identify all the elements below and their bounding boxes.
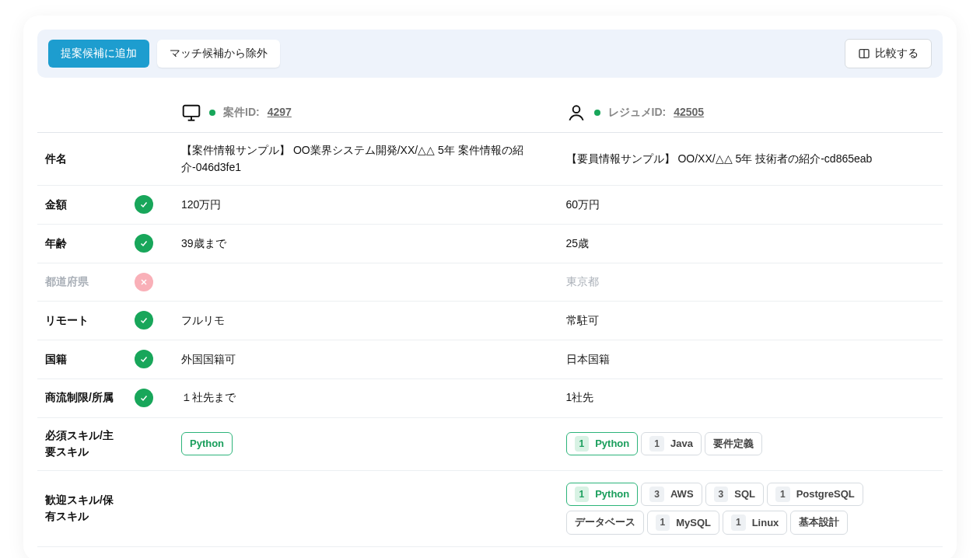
svg-rect-2 (184, 106, 200, 117)
skill-name: データベース (575, 514, 635, 530)
age-right: 25歳 (558, 225, 943, 263)
check-icon (135, 350, 153, 368)
skill-name: Python (595, 487, 629, 502)
price-left: 120万円 (173, 186, 558, 225)
compare-button[interactable]: 比較する (845, 39, 932, 68)
skill-tag: 1Linux (723, 511, 787, 535)
add-proposal-button[interactable]: 提案候補に追加 (48, 40, 149, 68)
price-right: 60万円 (558, 186, 943, 225)
skill-count: 3 (649, 487, 664, 503)
case-id-link[interactable]: 4297 (268, 104, 292, 121)
age-left: 39歳まで (173, 225, 558, 263)
required-left-tags: Python (173, 417, 558, 470)
identifier-row: 案件ID:4297 レジュメID:42505 (37, 93, 943, 133)
remote-right: 常駐可 (558, 302, 943, 340)
check-icon (135, 389, 153, 407)
svg-point-5 (572, 106, 579, 113)
skill-name: 基本設計 (799, 514, 839, 530)
skill-count: 1 (775, 487, 790, 503)
skill-tag: 1MySQL (647, 511, 719, 535)
row-price: 金額 120万円 60万円 (37, 186, 943, 225)
skill-name: SQL (734, 487, 755, 502)
row-remote: リモート フルリモ 常駐可 (37, 302, 943, 340)
status-dot-icon (594, 110, 600, 116)
status-dot-icon (209, 110, 215, 116)
skill-name: MySQL (676, 515, 711, 531)
skill-name: 要件定義 (713, 436, 754, 452)
row-flow: 商流制限/所属 １社先まで 1社先 (37, 378, 943, 417)
compare-card: 提案候補に追加 マッチ候補から除外 比較する (23, 16, 957, 558)
skill-tag: 基本設計 (790, 511, 848, 534)
flow-left: １社先まで (173, 378, 558, 417)
skill-tag: データベース (566, 511, 644, 534)
row-label: 年齢 (37, 225, 127, 263)
skill-count: 1 (575, 487, 590, 503)
row-label: 商流制限/所属 (37, 378, 127, 417)
flow-right: 1社先 (558, 378, 943, 417)
skill-tag: 1Python (566, 432, 639, 456)
user-icon (566, 103, 586, 123)
skill-tag: 1Java (641, 432, 702, 456)
optional-left-tags (173, 470, 558, 546)
skill-name: PostgreSQL (796, 487, 855, 502)
case-id-prefix: 案件ID: (223, 104, 260, 121)
skill-tag: Python (181, 432, 233, 455)
exclude-match-button[interactable]: マッチ候補から除外 (157, 40, 280, 68)
row-required-skills: 必須スキル/主要スキル Python 1Python1Java要件定義 (37, 417, 943, 470)
skill-tag: 要件定義 (705, 432, 762, 455)
skill-count: 1 (649, 436, 664, 452)
row-label: 金額 (37, 186, 127, 225)
header-bar: 提案候補に追加 マッチ候補から除外 比較する (37, 30, 943, 78)
skill-count: 1 (575, 436, 590, 452)
skill-count: 1 (656, 514, 670, 531)
check-icon (135, 195, 153, 214)
pref-right: 東京都 (558, 263, 943, 302)
skill-tag: 3SQL (705, 483, 764, 507)
check-icon (135, 234, 153, 253)
compare-label: 比較する (875, 47, 919, 61)
remote-left: フルリモ (173, 302, 558, 340)
row-label: 歓迎スキル/保有スキル (37, 470, 127, 546)
required-right-tags: 1Python1Java要件定義 (558, 417, 943, 470)
row-label: 都道府県 (37, 263, 127, 302)
skill-name: Linux (752, 515, 779, 531)
skill-tag: 1PostgreSQL (767, 483, 863, 507)
skill-tag: 3AWS (641, 483, 702, 507)
monitor-icon (181, 103, 201, 123)
optional-right-tags: 1Python3AWS3SQL1PostgreSQLデータベース1MySQL1L… (558, 470, 943, 546)
skill-name: AWS (670, 487, 694, 502)
row-label: リモート (37, 302, 127, 340)
skill-name: Python (595, 436, 629, 452)
row-subject: 件名 【案件情報サンプル】 OO業界システム開発/XX/△△ 5年 案件情報の紹… (37, 133, 943, 186)
skill-name: Java (670, 436, 693, 452)
row-prefecture: 都道府県 東京都 (37, 263, 943, 302)
row-optional-skills: 歓迎スキル/保有スキル 1Python3AWS3SQL1PostgreSQLデー… (37, 470, 943, 546)
nat-right: 日本国籍 (558, 340, 943, 379)
skill-name: Python (190, 436, 224, 452)
compare-table: 案件ID:4297 レジュメID:42505 件名 【案件情報サンプ (37, 93, 943, 547)
nat-left: 外国国籍可 (173, 340, 558, 379)
row-age: 年齢 39歳まで 25歳 (37, 225, 943, 263)
row-nationality: 国籍 外国国籍可 日本国籍 (37, 340, 943, 379)
subject-left: 【案件情報サンプル】 OO業界システム開発/XX/△△ 5年 案件情報の紹介-0… (173, 133, 558, 186)
pref-left (173, 263, 558, 302)
check-icon (135, 311, 153, 330)
skill-tag: 1Python (566, 483, 639, 507)
skill-count: 3 (714, 487, 729, 503)
layout-columns-icon (858, 47, 870, 60)
row-label: 国籍 (37, 340, 127, 379)
resume-id-prefix: レジュメID: (608, 104, 667, 121)
resume-id-link[interactable]: 42505 (674, 104, 704, 121)
subject-right: 【要員情報サンプル】 OO/XX/△△ 5年 技術者の紹介-cd865eab (558, 133, 943, 186)
row-label: 件名 (37, 133, 127, 186)
x-icon (135, 273, 153, 291)
skill-count: 1 (731, 514, 746, 531)
row-label: 必須スキル/主要スキル (37, 417, 127, 470)
